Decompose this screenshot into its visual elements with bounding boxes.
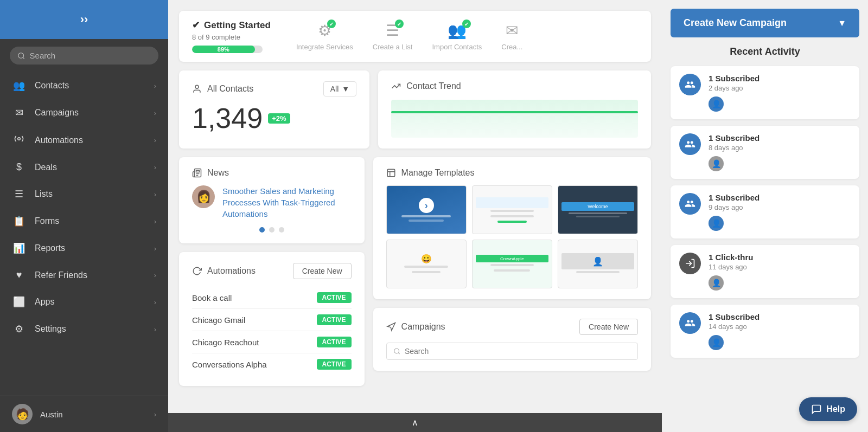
contacts-title: All Contacts	[192, 84, 253, 94]
step-label: Integrate Services	[296, 43, 353, 51]
person-icon	[192, 84, 202, 94]
contacts-count: 1,349 +2%	[192, 102, 356, 134]
step-integrate[interactable]: ⚙ ✔ Integrate Services	[296, 22, 353, 51]
sidebar-item-deals[interactable]: $ Deals ›	[0, 154, 168, 180]
manage-templates-card: Manage Templates › Welcom	[373, 157, 651, 299]
svg-line-1	[23, 57, 24, 59]
automation-row: Chicago Reachout ACTIVE	[192, 331, 352, 353]
help-button[interactable]: Help	[799, 397, 857, 421]
scroll-up-bar[interactable]: ∧	[168, 413, 662, 432]
activity-time: 11 days ago	[709, 263, 851, 271]
search-box[interactable]	[10, 47, 158, 65]
activity-time: 9 days ago	[709, 203, 851, 211]
template-thumb[interactable]: CrownApple	[472, 240, 552, 288]
lists-icon: ☰	[12, 188, 26, 200]
campaigns-create-new-button[interactable]: Create New	[579, 319, 638, 335]
create-campaign-button[interactable]: Create New Campaign ▼	[671, 9, 859, 37]
sidebar-item-reports[interactable]: 📊 Reports ›	[0, 235, 168, 262]
news-content: 👩 Smoother Sales and Marketing Processes…	[192, 185, 352, 220]
getting-started-bar: ✔ Getting Started 8 of 9 complete 89% ⚙ …	[179, 11, 651, 62]
step-create-list[interactable]: ☰ ✔ Create a List	[373, 22, 413, 51]
sidebar-item-contacts[interactable]: 👥 Contacts ›	[0, 72, 168, 99]
activity-label: 1 Subscribed	[709, 74, 851, 83]
activity-label: 1 Click-thru	[709, 253, 851, 262]
step-check-icon: ✔	[462, 20, 471, 28]
step-label: Create a List	[373, 43, 413, 51]
template-thumb[interactable]	[472, 185, 552, 234]
template-line	[576, 271, 620, 273]
automation-status-badge: ACTIVE	[317, 314, 352, 325]
activity-icon	[679, 193, 701, 215]
trend-title: Contact Trend	[391, 81, 638, 91]
activity-body: 1 Subscribed 8 days ago 👤	[709, 133, 851, 171]
sidebar-item-automations[interactable]: Automations ›	[0, 126, 168, 154]
chevron-down-icon: ▼	[342, 85, 349, 93]
getting-started-subtitle: 8 of 9 complete	[192, 33, 279, 41]
sidebar-item-campaigns[interactable]: ✉ Campaigns ›	[0, 99, 168, 126]
step-check-icon: ✔	[327, 20, 336, 28]
activity-item: 1 Subscribed 14 days ago 👤	[671, 305, 859, 358]
deals-label: Deals	[35, 163, 145, 172]
template-cta	[497, 221, 527, 223]
avatar: 👤	[709, 216, 724, 231]
template-block	[476, 197, 548, 208]
activity-item: 1 Subscribed 8 days ago 👤	[671, 126, 859, 179]
chevron-right-icon: ›	[154, 271, 156, 279]
getting-started-title: ✔ Getting Started	[192, 20, 279, 31]
activity-item: 1 Subscribed 9 days ago 👤	[671, 185, 859, 238]
step-create[interactable]: ✉ Crea...	[501, 22, 522, 51]
reports-icon: 📊	[12, 242, 26, 254]
svg-point-2	[18, 138, 21, 140]
sidebar-item-lists[interactable]: ☰ Lists ›	[0, 180, 168, 208]
news-card: News 👩 Smoother Sales and Marketing Proc…	[179, 157, 365, 243]
search-icon	[393, 347, 400, 355]
news-dot-2[interactable]	[269, 227, 275, 233]
search-input[interactable]	[30, 51, 151, 60]
template-line	[494, 269, 530, 272]
activity-icon	[679, 312, 701, 334]
campaigns-search-input[interactable]	[405, 347, 631, 356]
news-dot-3[interactable]	[279, 227, 284, 233]
news-dot-1[interactable]	[259, 227, 265, 233]
activity-body: 1 Subscribed 9 days ago 👤	[709, 193, 851, 231]
template-block: Welcome	[561, 202, 634, 211]
trend-chart	[391, 100, 638, 138]
step-import-contacts[interactable]: 👥 ✔ Import Contacts	[432, 22, 482, 51]
email-icon: ✉	[506, 22, 518, 40]
svg-line-8	[398, 353, 399, 354]
template-thumb[interactable]: ›	[386, 185, 467, 234]
template-emoji: 😀	[421, 254, 432, 264]
sidebar-item-settings[interactable]: ⚙ Settings ›	[0, 315, 168, 343]
svg-point-7	[394, 349, 399, 353]
template-img: 👤	[561, 253, 634, 269]
campaigns-search-box[interactable]	[386, 343, 638, 360]
template-icon-inner: ›	[419, 198, 434, 213]
automation-name: Book a call	[192, 293, 232, 302]
sidebar-item-apps[interactable]: ⬜ Apps ›	[0, 288, 168, 315]
automations-create-new-button[interactable]: Create New	[293, 263, 352, 279]
contacts-filter-dropdown[interactable]: All ▼	[323, 81, 356, 96]
chevron-right-icon: ›	[154, 163, 156, 171]
template-line	[490, 264, 534, 266]
automation-status-badge: ACTIVE	[317, 292, 352, 303]
automation-name: Chicago Gmail	[192, 315, 245, 325]
automation-row: Chicago Gmail ACTIVE	[192, 309, 352, 331]
sidebar-item-refer[interactable]: ♥ Refer Friends ›	[0, 262, 168, 288]
collapse-icon[interactable]: ››	[80, 12, 88, 27]
sidebar-item-forms[interactable]: 📋 Forms ›	[0, 208, 168, 235]
activity-label: 1 Subscribed	[709, 133, 851, 143]
contact-trend-card: Contact Trend	[378, 70, 651, 149]
right-column: Manage Templates › Welcom	[373, 157, 651, 386]
step-check-icon: ✔	[395, 20, 404, 28]
avatar: 🧑	[12, 404, 33, 424]
bottom-row: News 👩 Smoother Sales and Marketing Proc…	[179, 157, 651, 386]
template-thumb[interactable]: Welcome	[558, 185, 638, 234]
template-thumb[interactable]: 👤	[558, 240, 638, 288]
template-thumb[interactable]: 😀	[386, 240, 467, 288]
avatar: 👤	[709, 335, 724, 350]
campaigns-header: Campaigns Create New	[386, 319, 638, 335]
news-article-link[interactable]: Smoother Sales and Marketing Processes W…	[222, 185, 352, 220]
search-icon	[17, 51, 25, 60]
user-profile[interactable]: 🧑 Austin ›	[0, 396, 168, 432]
campaigns-title: Campaigns	[386, 322, 445, 332]
